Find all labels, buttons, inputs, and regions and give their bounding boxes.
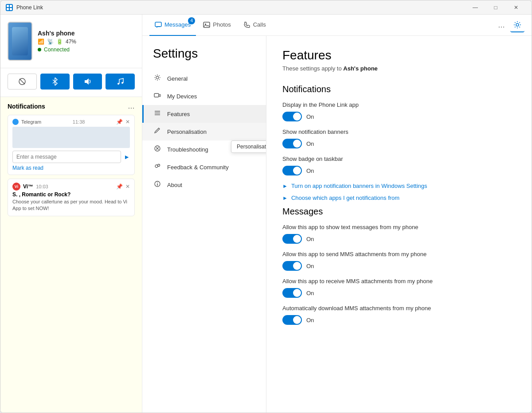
settings-nav-personalisation[interactable]: Personalisation Personalisation <box>142 123 266 140</box>
windows-settings-link[interactable]: Turn on app notification banners in Wind… <box>291 183 427 189</box>
tab-calls[interactable]: Calls <box>238 15 271 36</box>
send-mms-toggle[interactable] <box>282 261 302 271</box>
more-options-button[interactable]: … <box>494 18 509 32</box>
features-device-name: Ash's phone <box>343 65 378 72</box>
show-badge-toggle[interactable] <box>282 166 302 175</box>
settings-nav-about[interactable]: About <box>142 176 266 194</box>
settings-nav-general[interactable]: General <box>142 70 266 87</box>
notification-item-vi: Vi Vi™ 10:03 📌 ✕ S. , Romantic or Rock? … <box>8 179 135 216</box>
feedback-label: Feedback & Community <box>167 164 229 171</box>
settings-nav-my-devices[interactable]: My Devices <box>142 87 266 105</box>
notifications-more-icon[interactable]: … <box>128 102 135 110</box>
show-text-messages-state: On <box>306 236 314 242</box>
pin-icon[interactable]: 📌 <box>116 183 123 190</box>
display-in-app-toggle-state: On <box>306 113 314 120</box>
volume-button[interactable] <box>73 74 102 90</box>
send-mms-control: On <box>282 261 516 271</box>
messages-section-title: Messages <box>282 206 516 217</box>
auto-download-mms-toggle[interactable] <box>282 315 302 325</box>
vi-notif-title: S. , Romantic or Rock? <box>12 191 130 198</box>
receive-mms-toggle[interactable] <box>282 288 302 298</box>
svg-point-8 <box>117 83 119 85</box>
show-badge-label: Show badge on taskbar <box>282 156 516 162</box>
general-label: General <box>167 75 188 82</box>
about-label: About <box>167 182 182 188</box>
features-subtitle: These settings apply to Ash's phone <box>282 65 516 72</box>
display-in-app-control: On <box>282 112 516 121</box>
device-status-row: 📶 📡 🔋 47% <box>38 39 135 45</box>
receive-mms-state: On <box>306 290 314 296</box>
windows-settings-link-row[interactable]: ► Turn on app notification banners in Wi… <box>282 183 516 189</box>
dismiss-icon[interactable]: ✕ <box>125 183 130 190</box>
window-controls: — □ ✕ <box>465 0 526 15</box>
notif-app-row: Telegram <box>12 119 41 125</box>
device-panel: Ash's phone 📶 📡 🔋 47% Connected <box>0 15 142 68</box>
choose-apps-link[interactable]: Choose which apps I get notifications fr… <box>291 195 399 201</box>
vi-notif-time: 10:03 <box>36 184 48 189</box>
svg-rect-0 <box>7 5 9 7</box>
svg-rect-16 <box>159 94 160 97</box>
chevron-right-icon-2: ► <box>282 195 288 201</box>
show-text-messages-toggle-row: Allow this app to show text messages fro… <box>282 224 516 244</box>
notif-header: Telegram 11:38 📌 ✕ <box>12 119 130 125</box>
settings-nav-features[interactable]: Features <box>142 105 266 123</box>
messages-badge: 4 <box>188 17 195 24</box>
send-mms-toggle-row: Allow this app to send MMS attachments f… <box>282 251 516 271</box>
message-input[interactable] <box>12 151 121 163</box>
battery-percentage: 47% <box>66 39 76 45</box>
show-badge-control: On <box>282 166 516 175</box>
device-name: Ash's phone <box>38 30 135 37</box>
auto-download-mms-toggle-row: Automatically download MMS attachments f… <box>282 305 516 325</box>
chevron-right-icon: ► <box>282 183 288 189</box>
send-button[interactable]: ► <box>124 153 130 160</box>
features-title: Features <box>282 48 516 62</box>
tab-photos[interactable]: Photos <box>198 15 236 36</box>
tab-messages[interactable]: Messages 4 <box>149 15 196 36</box>
sidebar: Ash's phone 📶 📡 🔋 47% Connected <box>0 15 142 413</box>
maximize-button[interactable]: □ <box>485 0 506 15</box>
telegram-app-name: Telegram <box>21 119 41 125</box>
show-text-messages-toggle[interactable] <box>282 234 302 244</box>
device-info: Ash's phone 📶 📡 🔋 47% Connected <box>8 22 135 61</box>
close-button[interactable]: ✕ <box>506 0 526 15</box>
device-details: Ash's phone 📶 📡 🔋 47% Connected <box>38 30 135 53</box>
svg-rect-1 <box>10 5 12 7</box>
notifications-title: Notifications <box>8 103 45 110</box>
receive-mms-label: Allow this app to receive MMS attachment… <box>282 278 516 284</box>
device-thumbnail <box>8 22 32 61</box>
vi-app-icon: Vi <box>12 183 20 191</box>
about-icon <box>153 180 162 189</box>
settings-nav-feedback[interactable]: Feedback & Community <box>142 158 266 176</box>
vi-notif-body: Choose your callertune as per your mood.… <box>12 199 130 212</box>
tab-bar: Messages 4 Photos Calls … <box>142 15 532 36</box>
svg-point-14 <box>156 76 159 79</box>
notifications-section: Notifications … Telegram 11:38 📌 ✕ <box>0 97 142 413</box>
choose-apps-link-row[interactable]: ► Choose which apps I get notifications … <box>282 195 516 201</box>
do-not-disturb-button[interactable] <box>8 74 37 90</box>
troubleshooting-label: Troubleshooting <box>167 146 208 153</box>
display-in-app-toggle[interactable] <box>282 112 302 121</box>
minimize-button[interactable]: — <box>465 0 485 15</box>
dismiss-icon[interactable]: ✕ <box>125 119 130 125</box>
vi-app-row: Vi Vi™ 10:03 <box>12 183 48 191</box>
settings-button[interactable] <box>510 18 524 32</box>
show-text-messages-label: Allow this app to show text messages fro… <box>282 224 516 230</box>
connected-indicator <box>38 48 41 51</box>
feedback-icon <box>153 163 162 171</box>
app-icon <box>6 4 13 11</box>
notification-item-telegram: Telegram 11:38 📌 ✕ ► Mark as read <box>8 115 135 175</box>
pin-icon[interactable]: 📌 <box>116 119 123 125</box>
features-label: Features <box>167 111 190 117</box>
auto-download-mms-control: On <box>282 315 516 325</box>
send-mms-label: Allow this app to send MMS attachments f… <box>282 251 516 257</box>
music-button[interactable] <box>106 74 135 90</box>
general-icon <box>153 74 162 83</box>
svg-marker-7 <box>85 78 89 85</box>
signal-icon: 📡 <box>47 39 54 45</box>
connection-status-row: Connected <box>38 47 135 53</box>
bluetooth-button[interactable] <box>40 74 70 90</box>
notifications-section-title: Notifications <box>282 84 516 94</box>
troubleshooting-icon <box>153 145 162 154</box>
show-banners-toggle[interactable] <box>282 139 302 148</box>
mark-as-read-link[interactable]: Mark as read <box>12 165 130 171</box>
